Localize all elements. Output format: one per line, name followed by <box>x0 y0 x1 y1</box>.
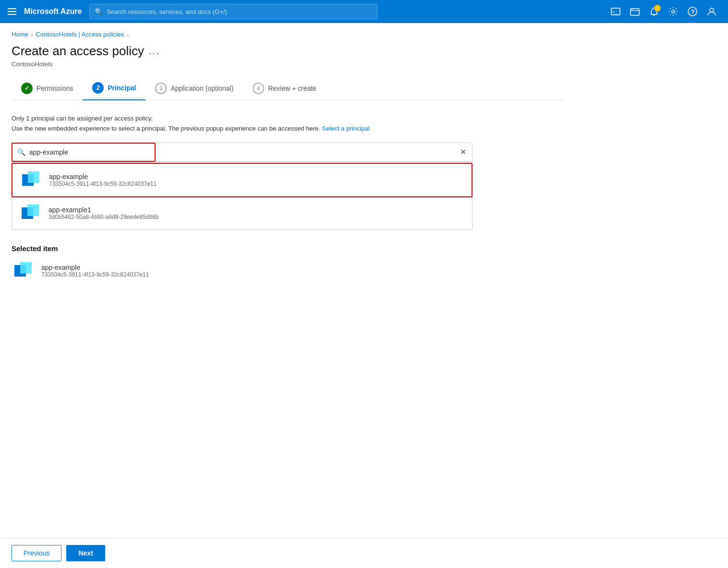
wizard-step-permissions[interactable]: ✓ Permissions <box>12 78 83 100</box>
result-name-0: app-example <box>49 173 157 181</box>
global-search-input[interactable] <box>107 8 372 15</box>
info-text: Only 1 principal can be assigned per acc… <box>12 114 565 134</box>
search-icon: 🔍 <box>95 8 103 15</box>
step-label-1: Permissions <box>36 85 73 92</box>
result-info-1: app-example1 3d0b5462-50a8-4660-a6d8-29e… <box>49 206 159 220</box>
help-icon[interactable]: ? <box>684 3 701 20</box>
breadcrumb-home[interactable]: Home <box>12 31 28 38</box>
info-line1: Only 1 principal can be assigned per acc… <box>12 114 565 124</box>
notification-badge: 1 <box>654 5 661 12</box>
wizard-step-review[interactable]: 4 Review + create <box>243 78 326 100</box>
selected-section-title: Selected item <box>12 244 565 253</box>
result-id-1: 3d0b5462-50a8-4660-a6d8-29eede85d86b <box>49 214 159 220</box>
breadcrumb-access-policies[interactable]: ContosoHotels | Access policies <box>36 31 124 38</box>
wizard-steps: ✓ Permissions 2 Principal 3 Application … <box>12 77 565 100</box>
svg-rect-12 <box>28 171 39 183</box>
select-principal-link[interactable]: Select a principal <box>322 125 370 132</box>
svg-rect-2 <box>8 14 16 15</box>
selected-item-display: app-example 733504c5-3911-4f13-9c59-32c8… <box>12 259 565 282</box>
principal-search-box[interactable]: 🔍 <box>12 143 156 162</box>
selected-item-name: app-example <box>41 264 149 271</box>
svg-text:?: ? <box>691 9 694 15</box>
breadcrumb-sep-2: › <box>127 32 129 37</box>
hamburger-menu[interactable] <box>8 8 16 15</box>
directory-icon[interactable] <box>626 3 643 20</box>
result-info-0: app-example 733504c5-3911-4f13-9c59-32c8… <box>49 173 157 187</box>
result-item-0[interactable]: app-example 733504c5-3911-4f13-9c59-32c8… <box>12 163 473 197</box>
search-results-container: 🔍 ✕ app-example 733504c5-3911-4f13-9 <box>12 143 473 230</box>
result-icon-1 <box>19 202 42 225</box>
selected-item-icon <box>12 259 35 282</box>
topnav-icons: >_ 1 ? <box>607 3 720 20</box>
step-label-2: Principal <box>108 84 136 92</box>
search-row: 🔍 ✕ <box>12 143 473 162</box>
info-line2: Use the new embedded experience to selec… <box>12 124 565 134</box>
selected-section: Selected item app-example 733504c5-3911-… <box>12 244 565 282</box>
wizard-step-principal[interactable]: 2 Principal <box>83 77 146 100</box>
selected-item-info: app-example 733504c5-3911-4f13-9c59-32c8… <box>41 264 149 278</box>
search-clear-button[interactable]: ✕ <box>460 147 466 157</box>
principal-search-icon: 🔍 <box>17 148 25 156</box>
step-circle-1: ✓ <box>21 83 33 94</box>
breadcrumb: Home › ContosoHotels | Access policies › <box>12 31 565 38</box>
result-icon-0 <box>19 169 42 192</box>
brand-logo: Microsoft Azure <box>24 7 82 16</box>
notification-icon[interactable]: 1 <box>645 3 663 20</box>
result-name-1: app-example1 <box>49 206 159 214</box>
page-header: Create an access policy ... <box>12 44 565 59</box>
page-subtitle: ContosoHotels <box>12 60 565 68</box>
svg-rect-14 <box>27 205 39 216</box>
svg-point-10 <box>710 8 714 12</box>
settings-icon[interactable] <box>665 3 682 20</box>
search-results: app-example 733504c5-3911-4f13-9c59-32c8… <box>12 163 473 230</box>
step-circle-4: 4 <box>253 83 264 94</box>
profile-icon[interactable] <box>703 3 720 20</box>
svg-rect-0 <box>8 8 16 9</box>
principal-search-input[interactable] <box>29 148 150 156</box>
svg-point-6 <box>631 9 632 10</box>
main-content: Home › ContosoHotels | Access policies ›… <box>0 23 576 290</box>
svg-rect-1 <box>8 11 16 12</box>
global-search-box[interactable]: 🔍 <box>89 4 377 19</box>
step-circle-3: 3 <box>155 83 167 94</box>
svg-point-7 <box>672 10 675 13</box>
page-title: Create an access policy <box>12 44 144 59</box>
result-item-1[interactable]: app-example1 3d0b5462-50a8-4660-a6d8-29e… <box>12 197 472 230</box>
selected-item-id: 733504c5-3911-4f13-9c59-32c824037e11 <box>41 271 149 278</box>
step-label-3: Application (optional) <box>170 85 233 92</box>
step-label-4: Review + create <box>268 85 316 92</box>
search-box-extension: ✕ <box>156 143 473 162</box>
more-options-button[interactable]: ... <box>149 46 160 57</box>
topnav: Microsoft Azure 🔍 >_ 1 <box>0 0 728 23</box>
step-circle-2: 2 <box>92 82 104 94</box>
svg-rect-16 <box>20 262 32 274</box>
breadcrumb-sep-1: › <box>31 32 33 37</box>
result-id-0: 733504c5-3911-4f13-9c59-32c824037e11 <box>49 181 157 187</box>
svg-text:>_: >_ <box>612 10 618 14</box>
wizard-step-application[interactable]: 3 Application (optional) <box>146 78 243 100</box>
cloud-shell-icon[interactable]: >_ <box>607 3 624 20</box>
